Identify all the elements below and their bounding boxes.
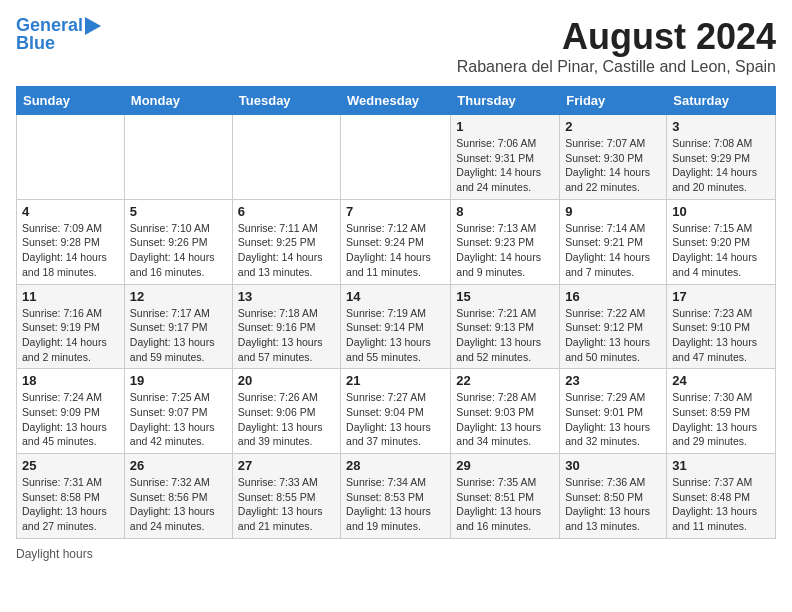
- header-row: SundayMondayTuesdayWednesdayThursdayFrid…: [17, 87, 776, 115]
- logo-blue: Blue: [16, 34, 55, 54]
- cell-day-number: 26: [130, 458, 227, 473]
- cell-info-text: Sunrise: 7:36 AM Sunset: 8:50 PM Dayligh…: [565, 475, 661, 534]
- cell-1-4: [341, 115, 451, 200]
- main-title: August 2024: [457, 16, 776, 58]
- cell-2-4: 7Sunrise: 7:12 AM Sunset: 9:24 PM Daylig…: [341, 199, 451, 284]
- week-row-2: 4Sunrise: 7:09 AM Sunset: 9:28 PM Daylig…: [17, 199, 776, 284]
- col-header-wednesday: Wednesday: [341, 87, 451, 115]
- cell-1-2: [124, 115, 232, 200]
- cell-3-1: 11Sunrise: 7:16 AM Sunset: 9:19 PM Dayli…: [17, 284, 125, 369]
- header: General Blue August 2024 Rabanera del Pi…: [16, 16, 776, 76]
- cell-info-text: Sunrise: 7:35 AM Sunset: 8:51 PM Dayligh…: [456, 475, 554, 534]
- cell-3-5: 15Sunrise: 7:21 AM Sunset: 9:13 PM Dayli…: [451, 284, 560, 369]
- cell-4-7: 24Sunrise: 7:30 AM Sunset: 8:59 PM Dayli…: [667, 369, 776, 454]
- cell-day-number: 20: [238, 373, 335, 388]
- cell-3-2: 12Sunrise: 7:17 AM Sunset: 9:17 PM Dayli…: [124, 284, 232, 369]
- cell-info-text: Sunrise: 7:27 AM Sunset: 9:04 PM Dayligh…: [346, 390, 445, 449]
- cell-1-5: 1Sunrise: 7:06 AM Sunset: 9:31 PM Daylig…: [451, 115, 560, 200]
- col-header-monday: Monday: [124, 87, 232, 115]
- cell-info-text: Sunrise: 7:21 AM Sunset: 9:13 PM Dayligh…: [456, 306, 554, 365]
- cell-day-number: 6: [238, 204, 335, 219]
- cell-day-number: 11: [22, 289, 119, 304]
- cell-4-6: 23Sunrise: 7:29 AM Sunset: 9:01 PM Dayli…: [560, 369, 667, 454]
- col-header-friday: Friday: [560, 87, 667, 115]
- title-area: August 2024 Rabanera del Pinar, Castille…: [457, 16, 776, 76]
- cell-info-text: Sunrise: 7:06 AM Sunset: 9:31 PM Dayligh…: [456, 136, 554, 195]
- cell-info-text: Sunrise: 7:30 AM Sunset: 8:59 PM Dayligh…: [672, 390, 770, 449]
- cell-info-text: Sunrise: 7:28 AM Sunset: 9:03 PM Dayligh…: [456, 390, 554, 449]
- cell-5-4: 28Sunrise: 7:34 AM Sunset: 8:53 PM Dayli…: [341, 454, 451, 539]
- cell-2-3: 6Sunrise: 7:11 AM Sunset: 9:25 PM Daylig…: [232, 199, 340, 284]
- cell-4-5: 22Sunrise: 7:28 AM Sunset: 9:03 PM Dayli…: [451, 369, 560, 454]
- cell-day-number: 2: [565, 119, 661, 134]
- cell-day-number: 16: [565, 289, 661, 304]
- cell-info-text: Sunrise: 7:33 AM Sunset: 8:55 PM Dayligh…: [238, 475, 335, 534]
- cell-2-6: 9Sunrise: 7:14 AM Sunset: 9:21 PM Daylig…: [560, 199, 667, 284]
- cell-day-number: 21: [346, 373, 445, 388]
- cell-3-4: 14Sunrise: 7:19 AM Sunset: 9:14 PM Dayli…: [341, 284, 451, 369]
- cell-4-3: 20Sunrise: 7:26 AM Sunset: 9:06 PM Dayli…: [232, 369, 340, 454]
- cell-day-number: 15: [456, 289, 554, 304]
- footer: Daylight hours: [16, 547, 776, 561]
- cell-2-7: 10Sunrise: 7:15 AM Sunset: 9:20 PM Dayli…: [667, 199, 776, 284]
- col-header-sunday: Sunday: [17, 87, 125, 115]
- cell-5-1: 25Sunrise: 7:31 AM Sunset: 8:58 PM Dayli…: [17, 454, 125, 539]
- cell-3-3: 13Sunrise: 7:18 AM Sunset: 9:16 PM Dayli…: [232, 284, 340, 369]
- cell-day-number: 23: [565, 373, 661, 388]
- calendar-table: SundayMondayTuesdayWednesdayThursdayFrid…: [16, 86, 776, 539]
- logo: General Blue: [16, 16, 101, 54]
- cell-4-4: 21Sunrise: 7:27 AM Sunset: 9:04 PM Dayli…: [341, 369, 451, 454]
- cell-info-text: Sunrise: 7:10 AM Sunset: 9:26 PM Dayligh…: [130, 221, 227, 280]
- cell-info-text: Sunrise: 7:23 AM Sunset: 9:10 PM Dayligh…: [672, 306, 770, 365]
- cell-info-text: Sunrise: 7:12 AM Sunset: 9:24 PM Dayligh…: [346, 221, 445, 280]
- cell-day-number: 24: [672, 373, 770, 388]
- cell-info-text: Sunrise: 7:19 AM Sunset: 9:14 PM Dayligh…: [346, 306, 445, 365]
- cell-2-2: 5Sunrise: 7:10 AM Sunset: 9:26 PM Daylig…: [124, 199, 232, 284]
- cell-info-text: Sunrise: 7:16 AM Sunset: 9:19 PM Dayligh…: [22, 306, 119, 365]
- cell-day-number: 27: [238, 458, 335, 473]
- col-header-tuesday: Tuesday: [232, 87, 340, 115]
- cell-day-number: 13: [238, 289, 335, 304]
- cell-info-text: Sunrise: 7:11 AM Sunset: 9:25 PM Dayligh…: [238, 221, 335, 280]
- cell-2-5: 8Sunrise: 7:13 AM Sunset: 9:23 PM Daylig…: [451, 199, 560, 284]
- cell-4-2: 19Sunrise: 7:25 AM Sunset: 9:07 PM Dayli…: [124, 369, 232, 454]
- cell-3-7: 17Sunrise: 7:23 AM Sunset: 9:10 PM Dayli…: [667, 284, 776, 369]
- cell-1-7: 3Sunrise: 7:08 AM Sunset: 9:29 PM Daylig…: [667, 115, 776, 200]
- week-row-3: 11Sunrise: 7:16 AM Sunset: 9:19 PM Dayli…: [17, 284, 776, 369]
- cell-day-number: 29: [456, 458, 554, 473]
- cell-info-text: Sunrise: 7:37 AM Sunset: 8:48 PM Dayligh…: [672, 475, 770, 534]
- cell-info-text: Sunrise: 7:31 AM Sunset: 8:58 PM Dayligh…: [22, 475, 119, 534]
- cell-1-6: 2Sunrise: 7:07 AM Sunset: 9:30 PM Daylig…: [560, 115, 667, 200]
- cell-day-number: 22: [456, 373, 554, 388]
- cell-5-2: 26Sunrise: 7:32 AM Sunset: 8:56 PM Dayli…: [124, 454, 232, 539]
- week-row-1: 1Sunrise: 7:06 AM Sunset: 9:31 PM Daylig…: [17, 115, 776, 200]
- cell-day-number: 30: [565, 458, 661, 473]
- daylight-label: Daylight hours: [16, 547, 93, 561]
- cell-day-number: 31: [672, 458, 770, 473]
- cell-2-1: 4Sunrise: 7:09 AM Sunset: 9:28 PM Daylig…: [17, 199, 125, 284]
- cell-4-1: 18Sunrise: 7:24 AM Sunset: 9:09 PM Dayli…: [17, 369, 125, 454]
- cell-info-text: Sunrise: 7:09 AM Sunset: 9:28 PM Dayligh…: [22, 221, 119, 280]
- cell-info-text: Sunrise: 7:32 AM Sunset: 8:56 PM Dayligh…: [130, 475, 227, 534]
- cell-info-text: Sunrise: 7:29 AM Sunset: 9:01 PM Dayligh…: [565, 390, 661, 449]
- subtitle: Rabanera del Pinar, Castille and Leon, S…: [457, 58, 776, 76]
- cell-info-text: Sunrise: 7:07 AM Sunset: 9:30 PM Dayligh…: [565, 136, 661, 195]
- week-row-5: 25Sunrise: 7:31 AM Sunset: 8:58 PM Dayli…: [17, 454, 776, 539]
- cell-day-number: 25: [22, 458, 119, 473]
- cell-info-text: Sunrise: 7:26 AM Sunset: 9:06 PM Dayligh…: [238, 390, 335, 449]
- cell-day-number: 5: [130, 204, 227, 219]
- cell-info-text: Sunrise: 7:15 AM Sunset: 9:20 PM Dayligh…: [672, 221, 770, 280]
- cell-5-3: 27Sunrise: 7:33 AM Sunset: 8:55 PM Dayli…: [232, 454, 340, 539]
- col-header-saturday: Saturday: [667, 87, 776, 115]
- cell-day-number: 7: [346, 204, 445, 219]
- cell-info-text: Sunrise: 7:14 AM Sunset: 9:21 PM Dayligh…: [565, 221, 661, 280]
- cell-info-text: Sunrise: 7:22 AM Sunset: 9:12 PM Dayligh…: [565, 306, 661, 365]
- cell-5-6: 30Sunrise: 7:36 AM Sunset: 8:50 PM Dayli…: [560, 454, 667, 539]
- cell-info-text: Sunrise: 7:24 AM Sunset: 9:09 PM Dayligh…: [22, 390, 119, 449]
- cell-info-text: Sunrise: 7:18 AM Sunset: 9:16 PM Dayligh…: [238, 306, 335, 365]
- col-header-thursday: Thursday: [451, 87, 560, 115]
- cell-day-number: 1: [456, 119, 554, 134]
- cell-day-number: 8: [456, 204, 554, 219]
- cell-day-number: 28: [346, 458, 445, 473]
- cell-3-6: 16Sunrise: 7:22 AM Sunset: 9:12 PM Dayli…: [560, 284, 667, 369]
